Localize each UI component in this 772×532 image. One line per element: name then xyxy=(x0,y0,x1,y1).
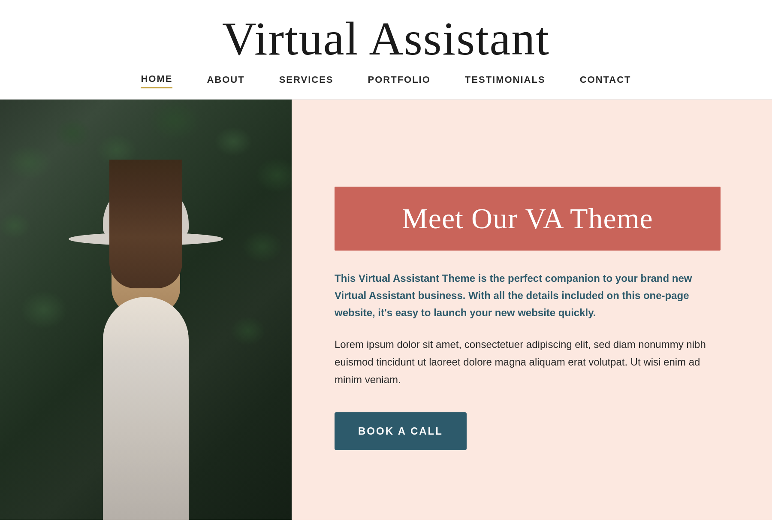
main-nav: HOME ABOUT SERVICES PORTFOLIO TESTIMONIA… xyxy=(0,65,772,100)
nav-item-about[interactable]: ABOUT xyxy=(207,74,244,88)
nav-item-testimonials[interactable]: TESTIMONIALS xyxy=(465,74,546,88)
nav-item-contact[interactable]: CONTACT xyxy=(580,74,631,88)
hero-bold-paragraph: This Virtual Assistant Theme is the perf… xyxy=(335,270,721,321)
hero-image xyxy=(0,100,292,520)
hero-body-paragraph: Lorem ipsum dolor sit amet, consectetuer… xyxy=(335,336,721,388)
nav-item-home[interactable]: HOME xyxy=(141,73,172,88)
hero-content: Meet Our VA Theme This Virtual Assistant… xyxy=(292,100,772,520)
book-call-button[interactable]: BOOK A CALL xyxy=(335,412,467,450)
hero-title: Meet Our VA Theme xyxy=(356,202,699,236)
hair xyxy=(109,160,182,288)
hero-section: Meet Our VA Theme This Virtual Assistant… xyxy=(0,100,772,520)
hero-title-banner: Meet Our VA Theme xyxy=(335,187,721,251)
nav-item-services[interactable]: SERVICES xyxy=(279,74,334,88)
site-header: Virtual Assistant HOME ABOUT SERVICES PO… xyxy=(0,0,772,100)
site-title: Virtual Assistant xyxy=(0,13,772,65)
body xyxy=(103,297,189,520)
nav-item-portfolio[interactable]: PORTFOLIO xyxy=(368,74,431,88)
hero-image-container xyxy=(0,100,292,520)
person-silhouette xyxy=(56,151,236,520)
